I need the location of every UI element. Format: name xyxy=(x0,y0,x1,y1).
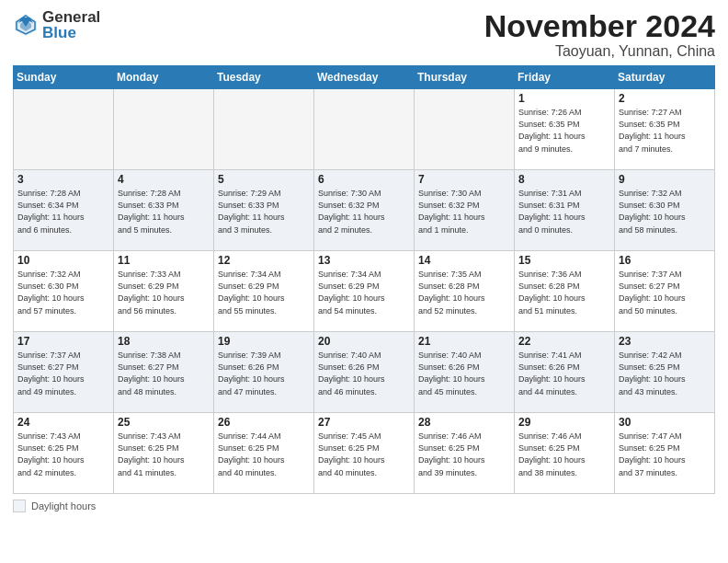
day-number: 21 xyxy=(418,335,510,348)
calendar-cell: 24Sunrise: 7:43 AM Sunset: 6:25 PM Dayli… xyxy=(14,413,114,494)
calendar-cell: 10Sunrise: 7:32 AM Sunset: 6:30 PM Dayli… xyxy=(14,251,114,332)
day-info: Sunrise: 7:37 AM Sunset: 6:27 PM Dayligh… xyxy=(619,269,711,316)
calendar-cell xyxy=(214,89,314,170)
calendar-cell: 6Sunrise: 7:30 AM Sunset: 6:32 PM Daylig… xyxy=(314,170,415,251)
calendar-cell: 19Sunrise: 7:39 AM Sunset: 6:26 PM Dayli… xyxy=(214,332,314,413)
logo-text: General Blue xyxy=(42,9,100,40)
calendar-cell: 13Sunrise: 7:34 AM Sunset: 6:29 PM Dayli… xyxy=(314,251,415,332)
logo-blue: Blue xyxy=(42,25,100,40)
calendar-cell: 30Sunrise: 7:47 AM Sunset: 6:25 PM Dayli… xyxy=(615,413,715,494)
calendar-cell: 11Sunrise: 7:33 AM Sunset: 6:29 PM Dayli… xyxy=(114,251,214,332)
calendar-cell xyxy=(114,89,214,170)
day-number: 28 xyxy=(418,416,510,429)
calendar-cell: 15Sunrise: 7:36 AM Sunset: 6:28 PM Dayli… xyxy=(515,251,615,332)
calendar-cell: 4Sunrise: 7:28 AM Sunset: 6:33 PM Daylig… xyxy=(114,170,214,251)
day-number: 30 xyxy=(619,416,711,429)
day-info: Sunrise: 7:42 AM Sunset: 6:25 PM Dayligh… xyxy=(619,350,711,397)
day-number: 29 xyxy=(518,416,610,429)
logo-icon xyxy=(13,12,39,38)
day-number: 9 xyxy=(619,173,711,186)
day-info: Sunrise: 7:36 AM Sunset: 6:28 PM Dayligh… xyxy=(518,269,610,316)
day-number: 11 xyxy=(118,254,210,267)
day-info: Sunrise: 7:35 AM Sunset: 6:28 PM Dayligh… xyxy=(418,269,510,316)
day-number: 19 xyxy=(218,335,310,348)
calendar-cell: 26Sunrise: 7:44 AM Sunset: 6:25 PM Dayli… xyxy=(214,413,314,494)
day-info: Sunrise: 7:32 AM Sunset: 6:30 PM Dayligh… xyxy=(17,269,109,316)
day-header-tuesday: Tuesday xyxy=(214,66,314,89)
day-number: 24 xyxy=(17,416,109,429)
day-info: Sunrise: 7:44 AM Sunset: 6:25 PM Dayligh… xyxy=(218,431,310,478)
calendar-cell: 12Sunrise: 7:34 AM Sunset: 6:29 PM Dayli… xyxy=(214,251,314,332)
calendar-cell: 21Sunrise: 7:40 AM Sunset: 6:26 PM Dayli… xyxy=(415,332,515,413)
footer-label: Daylight hours xyxy=(31,500,96,511)
day-info: Sunrise: 7:34 AM Sunset: 6:29 PM Dayligh… xyxy=(318,269,410,316)
day-info: Sunrise: 7:30 AM Sunset: 6:32 PM Dayligh… xyxy=(418,188,510,236)
day-info: Sunrise: 7:39 AM Sunset: 6:26 PM Dayligh… xyxy=(218,350,310,397)
day-number: 2 xyxy=(619,92,711,105)
day-header-saturday: Saturday xyxy=(615,66,715,89)
day-info: Sunrise: 7:26 AM Sunset: 6:35 PM Dayligh… xyxy=(518,107,610,155)
day-header-sunday: Sunday xyxy=(14,66,114,89)
calendar-cell: 20Sunrise: 7:40 AM Sunset: 6:26 PM Dayli… xyxy=(314,332,415,413)
day-info: Sunrise: 7:27 AM Sunset: 6:35 PM Dayligh… xyxy=(619,107,711,155)
calendar: SundayMondayTuesdayWednesdayThursdayFrid… xyxy=(13,65,715,494)
calendar-cell: 25Sunrise: 7:43 AM Sunset: 6:25 PM Dayli… xyxy=(114,413,214,494)
day-number: 14 xyxy=(418,254,510,267)
month-title: November 2024 xyxy=(484,9,715,43)
day-info: Sunrise: 7:37 AM Sunset: 6:27 PM Dayligh… xyxy=(17,350,109,397)
calendar-cell: 2Sunrise: 7:27 AM Sunset: 6:35 PM Daylig… xyxy=(615,89,715,170)
footer-box xyxy=(13,500,26,512)
day-number: 8 xyxy=(518,173,610,186)
day-header-wednesday: Wednesday xyxy=(314,66,415,89)
calendar-cell xyxy=(415,89,515,170)
day-info: Sunrise: 7:29 AM Sunset: 6:33 PM Dayligh… xyxy=(218,188,310,236)
day-number: 4 xyxy=(118,173,210,186)
calendar-cell: 1Sunrise: 7:26 AM Sunset: 6:35 PM Daylig… xyxy=(515,89,615,170)
day-number: 5 xyxy=(218,173,310,186)
day-number: 23 xyxy=(619,335,711,348)
day-info: Sunrise: 7:43 AM Sunset: 6:25 PM Dayligh… xyxy=(17,431,109,478)
calendar-cell: 3Sunrise: 7:28 AM Sunset: 6:34 PM Daylig… xyxy=(14,170,114,251)
calendar-cell: 14Sunrise: 7:35 AM Sunset: 6:28 PM Dayli… xyxy=(415,251,515,332)
day-info: Sunrise: 7:30 AM Sunset: 6:32 PM Dayligh… xyxy=(318,188,410,236)
day-number: 20 xyxy=(318,335,410,348)
day-info: Sunrise: 7:38 AM Sunset: 6:27 PM Dayligh… xyxy=(118,350,210,397)
calendar-cell xyxy=(314,89,415,170)
calendar-cell: 17Sunrise: 7:37 AM Sunset: 6:27 PM Dayli… xyxy=(14,332,114,413)
day-info: Sunrise: 7:34 AM Sunset: 6:29 PM Dayligh… xyxy=(218,269,310,316)
day-info: Sunrise: 7:40 AM Sunset: 6:26 PM Dayligh… xyxy=(418,350,510,397)
calendar-cell: 18Sunrise: 7:38 AM Sunset: 6:27 PM Dayli… xyxy=(114,332,214,413)
calendar-cell: 7Sunrise: 7:30 AM Sunset: 6:32 PM Daylig… xyxy=(415,170,515,251)
day-number: 17 xyxy=(17,335,109,348)
day-number: 15 xyxy=(518,254,610,267)
day-number: 6 xyxy=(318,173,410,186)
day-info: Sunrise: 7:33 AM Sunset: 6:29 PM Dayligh… xyxy=(118,269,210,316)
footer: Daylight hours xyxy=(13,500,715,512)
day-number: 22 xyxy=(518,335,610,348)
header: General Blue November 2024 Taoyuan, Yunn… xyxy=(13,9,715,60)
day-number: 25 xyxy=(118,416,210,429)
day-number: 13 xyxy=(318,254,410,267)
day-number: 18 xyxy=(118,335,210,348)
calendar-cell: 5Sunrise: 7:29 AM Sunset: 6:33 PM Daylig… xyxy=(214,170,314,251)
calendar-cell: 23Sunrise: 7:42 AM Sunset: 6:25 PM Dayli… xyxy=(615,332,715,413)
day-info: Sunrise: 7:28 AM Sunset: 6:34 PM Dayligh… xyxy=(17,188,109,236)
day-info: Sunrise: 7:41 AM Sunset: 6:26 PM Dayligh… xyxy=(518,350,610,397)
day-info: Sunrise: 7:43 AM Sunset: 6:25 PM Dayligh… xyxy=(118,431,210,478)
day-info: Sunrise: 7:40 AM Sunset: 6:26 PM Dayligh… xyxy=(318,350,410,397)
calendar-cell xyxy=(14,89,114,170)
day-info: Sunrise: 7:46 AM Sunset: 6:25 PM Dayligh… xyxy=(518,431,610,478)
page: General Blue November 2024 Taoyuan, Yunn… xyxy=(0,0,728,563)
calendar-cell: 8Sunrise: 7:31 AM Sunset: 6:31 PM Daylig… xyxy=(515,170,615,251)
day-number: 1 xyxy=(518,92,610,105)
day-info: Sunrise: 7:46 AM Sunset: 6:25 PM Dayligh… xyxy=(418,431,510,478)
day-info: Sunrise: 7:47 AM Sunset: 6:25 PM Dayligh… xyxy=(619,431,711,478)
calendar-cell: 22Sunrise: 7:41 AM Sunset: 6:26 PM Dayli… xyxy=(515,332,615,413)
calendar-cell: 29Sunrise: 7:46 AM Sunset: 6:25 PM Dayli… xyxy=(515,413,615,494)
logo-general: General xyxy=(42,9,100,25)
day-info: Sunrise: 7:45 AM Sunset: 6:25 PM Dayligh… xyxy=(318,431,410,478)
day-number: 3 xyxy=(17,173,109,186)
calendar-cell: 16Sunrise: 7:37 AM Sunset: 6:27 PM Dayli… xyxy=(615,251,715,332)
day-header-friday: Friday xyxy=(515,66,615,89)
day-number: 10 xyxy=(17,254,109,267)
